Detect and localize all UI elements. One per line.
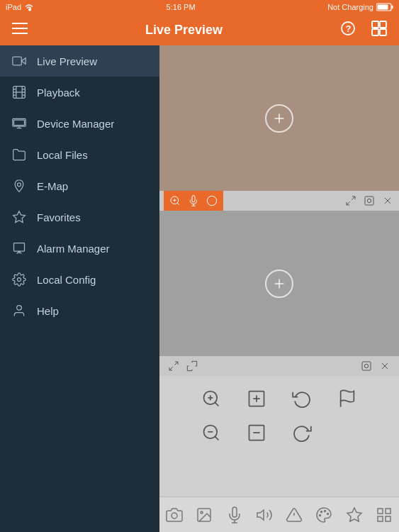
bottom-nav-star[interactable] xyxy=(340,501,369,529)
time-display: 5:16 PM xyxy=(167,3,196,11)
svg-rect-83 xyxy=(378,516,383,521)
bottom-nav-alert[interactable] xyxy=(280,501,308,529)
svg-rect-2 xyxy=(377,5,388,10)
action-icons-grid xyxy=(159,376,399,497)
svg-point-25 xyxy=(18,183,21,187)
bottom-toolbar-expand[interactable] xyxy=(167,359,181,373)
sidebar-label-local-config: Local Config xyxy=(37,274,96,286)
svg-point-75 xyxy=(325,510,326,511)
sidebar-label-favorites: Favorites xyxy=(37,211,81,223)
battery-icon xyxy=(376,3,393,11)
main-layout: Live Preview Playback Device Manager Loc… xyxy=(0,45,399,532)
mic-toolbar-icon[interactable] xyxy=(186,194,201,208)
video-cell-bottom[interactable] xyxy=(159,211,399,356)
folder-icon xyxy=(11,147,27,162)
svg-point-29 xyxy=(18,278,21,282)
bottom-toolbar-corner[interactable] xyxy=(185,359,199,373)
rotate-action[interactable] xyxy=(288,419,316,447)
bottom-nav-grid[interactable] xyxy=(370,501,398,529)
close-cell-icon[interactable] xyxy=(381,194,395,208)
status-bar: iPad 5:16 PM Not Charging xyxy=(0,0,399,14)
zoom-out-action[interactable] xyxy=(197,419,225,447)
sidebar-item-favorites[interactable]: Favorites xyxy=(0,201,159,233)
bottom-nav-palette[interactable] xyxy=(310,501,338,529)
sidebar-item-e-map[interactable]: E-Map xyxy=(0,170,159,201)
status-right: Not Charging xyxy=(327,3,393,11)
camera-icon xyxy=(11,53,27,69)
sidebar-label-e-map: E-Map xyxy=(37,180,68,192)
svg-point-67 xyxy=(172,513,177,519)
video-cell-top[interactable] xyxy=(159,45,399,191)
zoom-in-toolbar-icon[interactable] xyxy=(168,194,182,208)
bottom-nav-mic[interactable] xyxy=(220,501,249,529)
sidebar-item-alarm-manager[interactable]: Alarm Manager xyxy=(0,233,159,264)
bottom-nav xyxy=(159,497,399,532)
svg-line-40 xyxy=(352,196,355,200)
sidebar-label-alarm-manager: Alarm Manager xyxy=(37,243,110,255)
svg-point-78 xyxy=(320,514,321,516)
svg-marker-79 xyxy=(347,508,361,521)
flag-action[interactable] xyxy=(333,384,361,413)
sidebar-item-help[interactable]: Help xyxy=(0,295,159,326)
alarm-icon xyxy=(11,240,27,256)
video-grid xyxy=(159,45,399,376)
svg-text:?: ? xyxy=(346,23,352,34)
sidebar-item-device-manager[interactable]: Device Manager xyxy=(0,108,159,139)
page-title: Live Preview xyxy=(31,23,337,38)
svg-rect-22 xyxy=(14,120,25,126)
zoom-in-action[interactable] xyxy=(197,384,225,413)
svg-rect-42 xyxy=(365,196,373,205)
sidebar-label-local-files: Local Files xyxy=(37,149,88,161)
layout-button[interactable] xyxy=(368,21,390,40)
svg-rect-50 xyxy=(362,362,371,370)
bottom-nav-camera[interactable] xyxy=(160,501,189,529)
action-row-2 xyxy=(197,419,361,447)
status-left: iPad xyxy=(6,3,34,11)
sidebar-label-playback: Playback xyxy=(37,87,80,99)
svg-marker-26 xyxy=(13,211,26,223)
menu-button[interactable] xyxy=(9,22,31,38)
sidebar-label-device-manager: Device Manager xyxy=(37,118,114,130)
svg-point-30 xyxy=(17,306,22,311)
wifi-icon xyxy=(24,3,34,11)
svg-line-48 xyxy=(174,362,178,365)
sidebar-item-local-config[interactable]: Local Config xyxy=(0,264,159,295)
svg-point-43 xyxy=(367,199,371,202)
expand-icon[interactable] xyxy=(344,194,358,208)
action-row-1 xyxy=(197,384,361,413)
svg-rect-8 xyxy=(372,21,378,28)
right-toolbar-section xyxy=(344,194,395,208)
record-toolbar-icon[interactable] xyxy=(205,194,219,208)
svg-marker-72 xyxy=(257,510,264,520)
bottom-toolbar-screenshot[interactable] xyxy=(359,359,373,373)
refresh-action[interactable] xyxy=(288,384,316,413)
svg-point-51 xyxy=(364,364,368,367)
svg-point-39 xyxy=(207,196,216,205)
carrier-text: iPad xyxy=(6,3,21,11)
add-channel-button-top[interactable] xyxy=(265,104,293,133)
film-icon xyxy=(11,84,27,100)
sidebar-item-live-preview[interactable]: Live Preview xyxy=(0,45,159,77)
help-button[interactable]: ? xyxy=(337,21,359,40)
sidebar-item-playback[interactable]: Playback xyxy=(0,77,159,108)
device-icon xyxy=(11,116,27,131)
svg-line-41 xyxy=(347,201,350,205)
bottom-video-toolbar xyxy=(159,356,399,376)
remove-window-action[interactable] xyxy=(242,419,271,447)
svg-point-77 xyxy=(321,511,322,512)
add-window-action[interactable] xyxy=(242,384,271,413)
svg-rect-81 xyxy=(386,509,390,514)
video-toolbar xyxy=(159,191,399,211)
bottom-nav-gallery[interactable] xyxy=(190,501,218,529)
gear-icon xyxy=(11,272,27,287)
bottom-nav-speaker[interactable] xyxy=(250,501,279,529)
sidebar: Live Preview Playback Device Manager Loc… xyxy=(0,45,159,532)
bottom-toolbar-close[interactable] xyxy=(378,359,392,373)
add-channel-button-bottom[interactable] xyxy=(265,270,293,298)
svg-line-63 xyxy=(215,436,218,440)
screenshot-icon[interactable] xyxy=(362,194,376,208)
svg-rect-27 xyxy=(14,243,25,252)
svg-line-49 xyxy=(169,367,173,370)
sidebar-item-local-files[interactable]: Local Files xyxy=(0,139,159,170)
battery-status-text: Not Charging xyxy=(327,3,373,11)
